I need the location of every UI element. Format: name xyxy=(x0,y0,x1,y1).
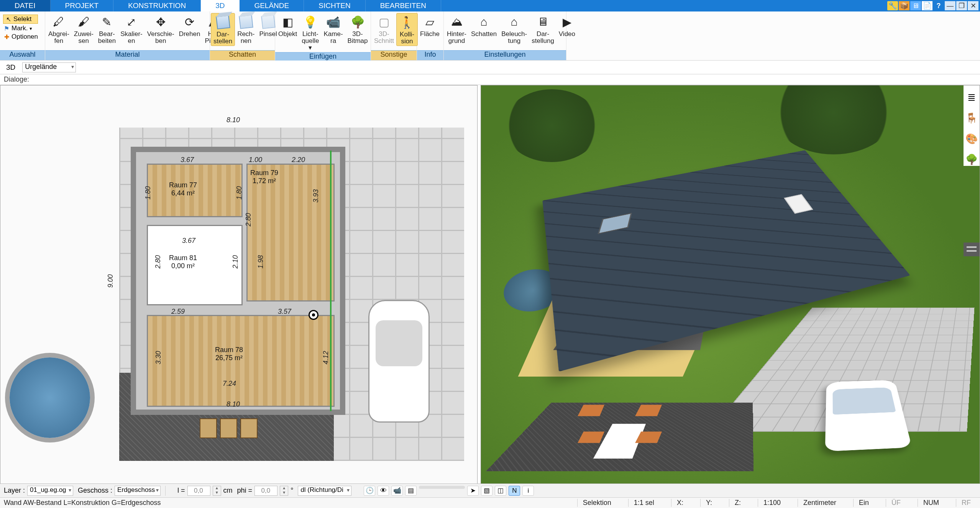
eye-icon[interactable]: 👁 xyxy=(378,486,389,496)
terrain-dropdown[interactable]: Urgelände xyxy=(22,62,76,72)
room81-label: Raum 810,00 m² xyxy=(169,254,197,270)
group-caption: Info xyxy=(417,50,443,60)
ribbon-group-auswahl: ↖ Selekt ⚑ Mark. ▾ ✚ Optionen Auswahl xyxy=(0,11,45,60)
einfuegen-kamera-button[interactable]: 📹Kame- ra xyxy=(322,13,345,45)
layer-dropdown[interactable]: 01_ug.eg.og xyxy=(27,486,73,496)
menu-tab-sichten[interactable]: SICHTEN xyxy=(304,0,365,11)
panel-grip[interactable] xyxy=(964,243,980,256)
phi-input[interactable] xyxy=(254,486,277,496)
help-icon[interactable]: ? xyxy=(933,1,944,10)
layer-label: Layer : xyxy=(4,487,25,495)
menu-tab-gelaende[interactable]: GELÄNDE xyxy=(240,0,304,11)
layers2-icon[interactable]: ▧ xyxy=(481,486,492,496)
mark-button[interactable]: ⚑ Mark. ▾ xyxy=(3,25,38,32)
dim-overall-w: 8.10 xyxy=(227,116,240,124)
settings-darstellung-button[interactable]: 🖥Dar- stellung xyxy=(529,13,556,45)
group-caption: Einfügen xyxy=(275,52,371,61)
furniture-tool-icon[interactable]: 🪑 xyxy=(965,111,978,125)
phi-unit: ° xyxy=(291,487,293,495)
cursor-icon: ↖ xyxy=(5,16,12,23)
arrow-icon[interactable]: ➤ xyxy=(467,486,479,496)
wrench-icon[interactable]: 🔧 xyxy=(887,1,898,10)
room77-label: Raum 776,44 m² xyxy=(169,181,197,197)
dim-280a: 2.80 xyxy=(154,255,162,269)
dim-280b: 2.80 xyxy=(245,213,253,226)
settings-schatten-button[interactable]: ⌂Schatten xyxy=(469,13,499,38)
tree-tool-icon[interactable]: 🌳 xyxy=(965,153,978,166)
menu-tab-bearbeiten[interactable]: BEARBEITEN xyxy=(366,0,441,11)
layers-tool-icon[interactable]: ≣ xyxy=(965,91,978,104)
material-verschieben-button[interactable]: ✥Verschie- ben xyxy=(145,13,177,45)
dim-412: 4.12 xyxy=(322,351,330,364)
minimize-icon[interactable]: — xyxy=(945,1,955,10)
car-top-view xyxy=(368,300,430,423)
einfuegen-3dbitmap-button[interactable]: 🌳3D- Bitmap xyxy=(345,13,370,45)
material-zuweisen-button[interactable]: 🖌Zuwei- sen xyxy=(72,13,96,45)
sonstige-kollision-button[interactable]: 🚶Kolli- sion xyxy=(396,13,418,46)
einfuegen-objekt-button[interactable]: ◧Objekt xyxy=(276,13,299,38)
settings-beleuchtung-button[interactable]: ⌂Beleuch- tung xyxy=(499,13,529,45)
geschoss-label: Geschoss : xyxy=(78,487,112,495)
menu-tab-konstruktion[interactable]: KONSTRUKTION xyxy=(113,0,201,11)
clock-icon[interactable]: 🕒 xyxy=(364,486,375,496)
scale-icon: ⤢ xyxy=(123,14,140,30)
camera-icon: 📹 xyxy=(325,14,341,30)
mark-label: Mark. xyxy=(11,25,28,32)
schatten-rechnen-button[interactable]: Rech- nen xyxy=(235,13,257,45)
3d-viewport[interactable]: ≣ 🪑 🎨 🌳 xyxy=(481,85,980,485)
info2-icon[interactable]: i xyxy=(522,486,534,496)
geschoss-dropdown[interactable]: Erdgeschoss xyxy=(115,486,161,496)
room78-label: Raum 7826,75 m² xyxy=(215,346,243,362)
status-x: X: xyxy=(671,499,689,507)
close-icon[interactable]: ✕ xyxy=(968,1,978,10)
dim-367a: 3.67 xyxy=(181,156,194,164)
sub-toolbar: 3D Urgelände xyxy=(0,61,980,74)
display-icon: 🖥 xyxy=(535,14,551,30)
sonstige-3dschnitt-button[interactable]: ▢3D- Schnitt xyxy=(372,13,396,45)
material-drehen-button[interactable]: ⟳Drehen xyxy=(177,13,203,38)
record-icon[interactable]: 📹 xyxy=(391,486,403,496)
menu-tab-projekt[interactable]: PROJEKT xyxy=(51,0,114,11)
dl-dropdown[interactable]: dl (Richtung/Di xyxy=(298,486,351,496)
l-label: l = xyxy=(177,487,185,495)
focus-marker xyxy=(309,310,318,320)
phi-spinner[interactable]: ▲▼ xyxy=(280,486,288,496)
einfuegen-lichtquelle-button[interactable]: 💡Licht- quelle ▾ xyxy=(299,13,321,52)
dim-220: 2.20 xyxy=(292,156,305,164)
background-icon: ⛰ xyxy=(449,14,465,30)
layer-field: Layer : 01_ug.eg.og xyxy=(4,486,73,496)
section-icon: ▢ xyxy=(376,14,392,30)
ribbon-group-einfuegen: ◧Objekt 💡Licht- quelle ▾ 📹Kame- ra 🌳3D- … xyxy=(275,11,371,60)
main-menu-bar: DATEI PROJEKT KONSTRUKTION 3D GELÄNDE SI… xyxy=(0,0,980,11)
options-label: Optionen xyxy=(11,33,38,41)
sheet-icon[interactable]: 📄 xyxy=(922,1,932,10)
flag-icon: ⚑ xyxy=(3,25,10,32)
screen-icon[interactable]: 🖥 xyxy=(910,1,921,10)
select-button[interactable]: ↖ Selekt xyxy=(3,15,38,24)
options-button[interactable]: ✚ Optionen xyxy=(3,33,38,41)
material-skalieren-button[interactable]: ⤢Skalier- en xyxy=(118,13,145,45)
material-abgreifen-button[interactable]: 🖊Abgrei- fen xyxy=(46,13,72,45)
settings-hintergrund-button[interactable]: ⛰Hinter- grund xyxy=(445,13,469,45)
stack-icon[interactable]: ▤ xyxy=(405,486,417,496)
menu-tab-3d[interactable]: 3D xyxy=(201,0,240,11)
menu-tab-datei[interactable]: DATEI xyxy=(0,0,51,11)
material-bearbeiten-button[interactable]: ✎Bear- beiten xyxy=(96,13,118,45)
north-icon[interactable]: N xyxy=(509,486,520,496)
l-spinner[interactable]: ▲▼ xyxy=(213,486,221,496)
view-mode-label[interactable]: 3D xyxy=(3,62,18,72)
object-icon: ◧ xyxy=(280,14,296,30)
restore-icon[interactable]: ❐ xyxy=(956,1,967,10)
schatten-darstellen-button[interactable]: Dar- stellen xyxy=(211,13,235,46)
move-icon: ✥ xyxy=(153,14,169,30)
cubes-icon[interactable]: ◫ xyxy=(495,486,506,496)
package-icon[interactable]: 📦 xyxy=(899,1,909,10)
floorplan-viewport[interactable]: 8.10 9.00 3.67 1.00 2.20 1.80 1.80 2.80 … xyxy=(0,85,478,485)
ribbon-group-sonstige: ▢3D- Schnitt 🚶Kolli- sion Sonstige xyxy=(371,11,417,60)
bottom-icon-strip: 🕒 👁 📹 ▤ ➤ ▧ ◫ N i xyxy=(364,486,534,496)
status-z: Z: xyxy=(729,499,746,507)
palette-tool-icon[interactable]: 🎨 xyxy=(965,132,978,145)
info-flaeche-button[interactable]: ▱Fläche xyxy=(418,13,442,38)
l-input[interactable] xyxy=(187,486,210,496)
dim-259: 2.59 xyxy=(171,308,185,316)
